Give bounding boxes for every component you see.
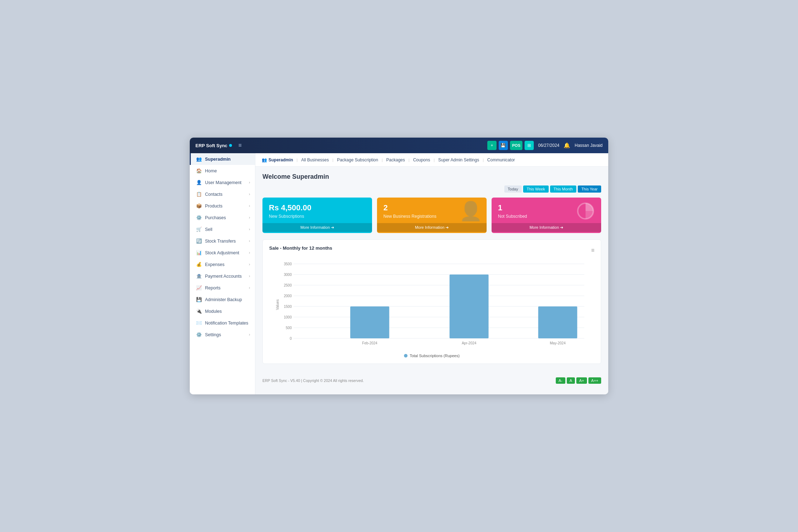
chevron-right-icon: › — [249, 239, 250, 243]
reports-icon: 📈 — [196, 285, 202, 290]
sidebar-item-label: User Management — [205, 180, 242, 185]
payment-accounts-icon: 🏦 — [196, 273, 202, 279]
font-increase-button[interactable]: A+ — [576, 377, 587, 384]
breadcrumb-all-businesses[interactable]: All Businesses — [301, 157, 332, 162]
pos-icon-btn[interactable]: POS — [510, 141, 522, 150]
sidebar-item-notification-templates[interactable]: ✉️ Notification Templates — [190, 317, 255, 329]
sidebar-item-home[interactable]: 🏠 Home — [190, 165, 255, 177]
add-icon-btn[interactable]: + — [487, 141, 497, 150]
footer-copyright: ERP Soft Sync - V5.40 | Copyright © 2024… — [262, 378, 364, 383]
font-decrease-button[interactable]: A- — [556, 377, 565, 384]
purchases-icon: ⚙️ — [196, 215, 202, 220]
this-year-filter-button[interactable]: This Year — [578, 185, 601, 193]
legend-label: Total Subscriptions (Rupees) — [410, 354, 460, 358]
settings-icon: ⚙️ — [196, 332, 202, 337]
contacts-icon: 📋 — [196, 192, 202, 197]
breadcrumb-sep: | — [434, 158, 435, 162]
sidebar-item-modules[interactable]: 🔌 Modules — [190, 305, 255, 317]
user-management-icon: 👤 — [196, 180, 202, 185]
sidebar-item-label: Home — [205, 168, 217, 173]
sidebar-item-sell[interactable]: 🛒 Sell › — [190, 223, 255, 235]
breadcrumb-package-subscription[interactable]: Package Subscription — [337, 157, 382, 162]
font-controls: A- A A+ A++ — [556, 377, 601, 384]
svg-text:3000: 3000 — [284, 273, 292, 277]
sidebar-item-expenses[interactable]: 💰 Expenses › — [190, 259, 255, 270]
home-icon: 🏠 — [196, 168, 202, 173]
today-filter-button[interactable]: Today — [504, 185, 522, 193]
sidebar-item-administer-backup[interactable]: 💾 Administer Backup — [190, 294, 255, 305]
superadmin-icon: 👥 — [196, 156, 202, 162]
sidebar-item-payment-accounts[interactable]: 🏦 Payment Accounts › — [190, 270, 255, 282]
sidebar-item-label: Stock Transfers — [205, 239, 236, 244]
content-area: 👥 Superadmin | All Businesses | Package … — [255, 153, 608, 394]
sidebar-item-stock-transfers[interactable]: 🔄 Stock Transfers › — [190, 235, 255, 247]
not-subscribed-more-info-button[interactable]: More Information ➜ — [492, 223, 601, 232]
bar-feb-2024[interactable] — [350, 306, 389, 338]
sell-icon: 🛒 — [196, 227, 202, 232]
sidebar: 👥 Superadmin 🏠 Home 👤 User Management › … — [190, 153, 255, 394]
breadcrumb-label: Packages — [386, 157, 405, 162]
sidebar-item-reports[interactable]: 📈 Reports › — [190, 282, 255, 294]
svg-text:Apr-2024: Apr-2024 — [462, 341, 477, 345]
person-add-icon: 👤 — [459, 200, 482, 222]
breadcrumb-communicator[interactable]: Communicator — [487, 157, 519, 162]
grid-icon-btn[interactable]: ⊞ — [525, 141, 534, 150]
breadcrumb-nav: 👥 Superadmin | All Businesses | Package … — [255, 153, 608, 167]
breadcrumb-label: All Businesses — [301, 157, 329, 162]
save-icon-btn[interactable]: 💾 — [499, 141, 508, 150]
font-normal-button[interactable]: A — [567, 377, 575, 384]
top-nav: ERP Soft Sync ≡ + 💾 POS ⊞ 06/27/2024 🔔 H… — [190, 138, 608, 153]
bar-may-2024[interactable] — [538, 306, 577, 338]
sidebar-item-settings[interactable]: ⚙️ Settings › — [190, 329, 255, 340]
sidebar-item-label: Products — [205, 204, 222, 209]
chart-container: Values 3500 3000 2500 2000 — [269, 259, 594, 351]
bell-icon[interactable]: 🔔 — [564, 142, 570, 149]
sidebar-item-label: Superadmin — [205, 157, 231, 162]
svg-text:1500: 1500 — [284, 305, 292, 309]
sidebar-item-products[interactable]: 📦 Products › — [190, 200, 255, 212]
breadcrumb-coupons[interactable]: Coupons — [413, 157, 434, 162]
subscriptions-label: New Subscriptions — [269, 214, 366, 219]
font-double-increase-button[interactable]: A++ — [588, 377, 601, 384]
breadcrumb-packages[interactable]: Packages — [386, 157, 409, 162]
svg-text:0: 0 — [290, 337, 292, 340]
sidebar-item-purchases[interactable]: ⚙️ Purchases › — [190, 212, 255, 223]
breadcrumb-superadmin[interactable]: 👥 Superadmin — [262, 157, 297, 162]
breadcrumb-super-admin-settings[interactable]: Super Admin Settings — [438, 157, 483, 162]
sidebar-item-label: Contacts — [205, 192, 222, 197]
top-nav-right: + 💾 POS ⊞ 06/27/2024 🔔 Hassan Javaid — [487, 141, 603, 150]
sidebar-item-label: Stock Adjustment — [205, 250, 239, 255]
chevron-right-icon: › — [249, 286, 250, 290]
chart-menu-icon[interactable]: ≡ — [591, 247, 594, 254]
page-footer: ERP Soft Sync - V5.40 | Copyright © 2024… — [255, 374, 608, 387]
breadcrumb-sep: | — [382, 158, 383, 162]
breadcrumb-label: Coupons — [413, 157, 430, 162]
stat-cards: Rs 4,500.00 New Subscriptions More Infor… — [262, 198, 601, 233]
subscriptions-more-info-button[interactable]: More Information ➜ — [262, 223, 372, 232]
svg-text:500: 500 — [286, 326, 292, 330]
date-filters: Today This Week This Month This Year — [262, 185, 601, 193]
sidebar-item-contacts[interactable]: 📋 Contacts › — [190, 188, 255, 200]
sidebar-item-label: Reports — [205, 286, 221, 290]
chevron-right-icon: › — [249, 274, 250, 278]
sidebar-item-label: Expenses — [205, 262, 225, 267]
chevron-right-icon: › — [249, 204, 250, 208]
svg-text:May-2024: May-2024 — [550, 341, 566, 345]
this-week-filter-button[interactable]: This Week — [523, 185, 549, 193]
this-month-filter-button[interactable]: This Month — [550, 185, 576, 193]
breadcrumb-label: Super Admin Settings — [438, 157, 479, 162]
sidebar-item-user-management[interactable]: 👤 User Management › — [190, 177, 255, 188]
sidebar-item-label: Payment Accounts — [205, 274, 242, 279]
breadcrumb-sep: | — [409, 158, 410, 162]
businesses-more-info-button[interactable]: More Information ➜ — [377, 223, 487, 232]
stock-adjustment-icon: 📊 — [196, 250, 202, 255]
stat-card-subscriptions: Rs 4,500.00 New Subscriptions More Infor… — [262, 198, 372, 233]
nav-date: 06/27/2024 — [538, 143, 559, 148]
sidebar-item-superadmin[interactable]: 👥 Superadmin — [190, 153, 255, 165]
hamburger-button[interactable]: ≡ — [238, 142, 242, 149]
chevron-right-icon: › — [249, 216, 250, 220]
chevron-right-icon: › — [249, 262, 250, 266]
bar-apr-2024[interactable] — [450, 275, 489, 338]
products-icon: 📦 — [196, 203, 202, 209]
sidebar-item-stock-adjustment[interactable]: 📊 Stock Adjustment › — [190, 247, 255, 259]
